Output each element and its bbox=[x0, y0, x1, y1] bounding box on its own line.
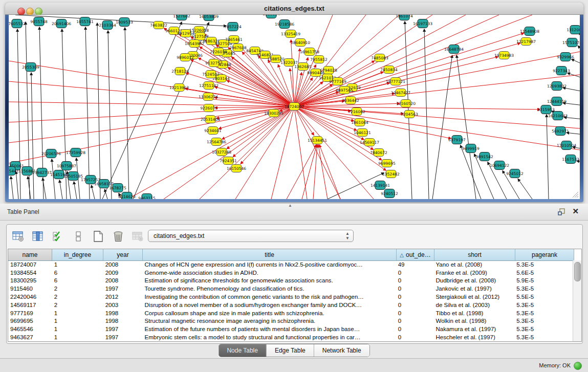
graph-node[interactable]: 2967608 bbox=[229, 44, 247, 52]
table-row[interactable]: 977716911998Corpus callosum shape and si… bbox=[8, 309, 573, 317]
column-header-year[interactable]: year bbox=[103, 249, 143, 260]
table-row[interactable]: 969969511998Structural magnetic resonanc… bbox=[8, 317, 573, 325]
graph-node[interactable]: 11548908 bbox=[520, 27, 539, 36]
split-pane-handle[interactable]: ▲ bbox=[288, 203, 292, 208]
column-header-title[interactable]: title bbox=[143, 249, 397, 260]
column-header-pagerank[interactable]: pagerank bbox=[515, 249, 574, 260]
graph-node[interactable]: 2036442 bbox=[342, 97, 359, 104]
graph-node[interactable]: 7857224 bbox=[224, 23, 242, 31]
tab-edge-table[interactable]: Edge Table bbox=[267, 344, 314, 357]
graph-node[interactable]: 7840672 bbox=[370, 149, 387, 157]
scrollbar-thumb[interactable] bbox=[574, 262, 581, 281]
graph-node[interactable]: 17010504 bbox=[557, 141, 576, 150]
graph-node[interactable]: 8813054 bbox=[263, 15, 280, 18]
float-panel-icon[interactable] bbox=[557, 208, 565, 216]
table-row[interactable]: 946554611997Estimation of the future num… bbox=[8, 325, 573, 333]
graph-node[interactable]: 12751142 bbox=[199, 82, 219, 90]
graph-node[interactable]: 14139141 bbox=[371, 181, 390, 190]
table-row[interactable]: 1938455462009Genome-wide association stu… bbox=[8, 269, 573, 277]
table-row[interactable]: 1456911722003Disruption of a novel membe… bbox=[8, 301, 573, 309]
graph-node[interactable]: 9227343 bbox=[553, 67, 570, 75]
graph-node[interactable]: 19218586 bbox=[275, 20, 294, 29]
graph-node[interactable]: 16053809 bbox=[199, 15, 219, 21]
graph-node[interactable]: 9499919 bbox=[462, 144, 480, 153]
tab-node-table[interactable]: Node Table bbox=[219, 344, 267, 357]
column-header-name[interactable]: name bbox=[8, 249, 52, 260]
graph-node[interactable]: 16543982 bbox=[185, 40, 204, 48]
graph-node[interactable]: 7463822 bbox=[150, 21, 167, 29]
graph-node[interactable]: 16150546 bbox=[227, 165, 246, 172]
graph-node[interactable]: 18640910 bbox=[291, 39, 310, 47]
graph-node[interactable]: 16961758 bbox=[300, 48, 319, 56]
graph-node[interactable]: 9245012 bbox=[506, 169, 524, 178]
graph-node[interactable]: 1167533 bbox=[562, 155, 579, 164]
close-panel-icon[interactable]: ✕ bbox=[572, 207, 579, 215]
graph-node[interactable]: 1009533 bbox=[116, 18, 133, 27]
graph-node[interactable]: 13325419 bbox=[281, 30, 300, 38]
citation-network-graph[interactable]: 1872400776055329055748206914061055741210… bbox=[9, 15, 580, 199]
show-column-button[interactable] bbox=[32, 230, 45, 243]
create-table-button[interactable] bbox=[92, 230, 105, 243]
tab-network-table[interactable]: Network Table bbox=[314, 344, 369, 357]
graph-node[interactable]: 12093832 bbox=[547, 82, 567, 91]
graph-node[interactable]: 7924351 bbox=[220, 157, 237, 165]
graph-node[interactable]: 2103364 bbox=[99, 21, 116, 30]
graph-node[interactable]: 9699695 bbox=[378, 160, 396, 167]
graph-node[interactable]: 16648784 bbox=[444, 45, 464, 54]
graph-node[interactable]: 9234601 bbox=[204, 127, 222, 135]
graph-node[interactable]: 20206576 bbox=[41, 149, 61, 158]
graph-node[interactable]: 14569117 bbox=[360, 139, 379, 146]
graph-node[interactable]: 2718126 bbox=[171, 68, 189, 75]
network-canvas[interactable]: 1872400776055329055748206914061055741210… bbox=[9, 15, 580, 199]
graph-node[interactable]: 15134451 bbox=[308, 137, 327, 144]
graph-node[interactable]: 7204563 bbox=[401, 111, 418, 118]
vertical-scrollbar[interactable] bbox=[573, 260, 581, 341]
graph-node[interactable]: 16197133 bbox=[413, 19, 432, 28]
graph-node[interactable]: 19734983 bbox=[494, 52, 514, 59]
graph-node[interactable]: 10975887 bbox=[57, 162, 76, 170]
delete-entry-button[interactable] bbox=[112, 230, 125, 243]
row-options-button[interactable] bbox=[72, 230, 85, 243]
table-row[interactable]: 1872400712008Changes of HCN gene express… bbox=[8, 260, 573, 269]
graph-node[interactable]: 9240512 bbox=[381, 189, 398, 198]
graph-node[interactable]: 1527602 bbox=[173, 15, 190, 20]
graph-node[interactable]: 1861074 bbox=[396, 15, 413, 20]
graph-node[interactable]: 12213963 bbox=[169, 84, 189, 92]
table-row[interactable]: 946362711997Embryonic stem cells: a mode… bbox=[8, 333, 573, 341]
graph-node[interactable]: 7485083 bbox=[371, 54, 388, 62]
graph-node[interactable]: 20691406 bbox=[52, 19, 71, 28]
column-header-short[interactable]: short bbox=[434, 249, 515, 260]
graph-node[interactable]: 18777121 bbox=[386, 78, 405, 85]
table-mode-button[interactable] bbox=[12, 230, 25, 243]
graph-node[interactable]: 12564786 bbox=[207, 138, 226, 146]
delete-table-button[interactable] bbox=[132, 230, 145, 243]
select-columns-button[interactable] bbox=[52, 230, 65, 243]
table-select-dropdown[interactable]: citations_edges.txt ▲▼ bbox=[148, 230, 354, 242]
graph-node[interactable]: 1861064 bbox=[351, 119, 368, 126]
graph-node[interactable]: 12160520 bbox=[396, 100, 416, 107]
graph-node[interactable]: 10327248 bbox=[212, 148, 231, 156]
graph-node[interactable]: 5692971 bbox=[552, 127, 569, 136]
table-row[interactable]: 1830029562008Estimation of significance … bbox=[8, 277, 573, 285]
graph-node[interactable]: 10694122 bbox=[490, 161, 509, 170]
graph-node[interactable]: 9463115 bbox=[138, 194, 156, 200]
graph-node[interactable]: 1362685 bbox=[294, 63, 312, 71]
graph-node[interactable]: 2055309 bbox=[22, 63, 39, 72]
column-header-in_degree[interactable]: in_degree bbox=[52, 249, 103, 260]
graph-node[interactable]: 8514620 bbox=[118, 192, 136, 200]
network-window-titlebar[interactable]: citations_edges.txt bbox=[5, 3, 583, 15]
memory-ok-indicator-icon[interactable] bbox=[574, 362, 582, 370]
graph-node[interactable]: 9329966 bbox=[557, 53, 574, 61]
graph-node[interactable]: 12444159 bbox=[547, 97, 567, 106]
graph-node[interactable]: 15751074 bbox=[562, 38, 580, 47]
column-header-out_de[interactable]: △out_de… bbox=[397, 249, 434, 260]
graph-node[interactable]: 1046121 bbox=[354, 129, 371, 137]
graph-node[interactable]: 12217987 bbox=[516, 38, 536, 46]
table-row[interactable]: 2242004622012Investigating the contribut… bbox=[8, 293, 573, 301]
table-row[interactable]: 911546021997Tourette syndrome. Phenomeno… bbox=[8, 285, 573, 293]
graph-node[interactable]: 1352482 bbox=[382, 170, 400, 178]
graph-node[interactable]: 8215953 bbox=[537, 105, 555, 114]
graph-node[interactable]: 7216062 bbox=[348, 108, 365, 116]
graph-node[interactable]: 17359928 bbox=[66, 148, 85, 157]
graph-node[interactable]: 1312004 bbox=[567, 26, 580, 34]
